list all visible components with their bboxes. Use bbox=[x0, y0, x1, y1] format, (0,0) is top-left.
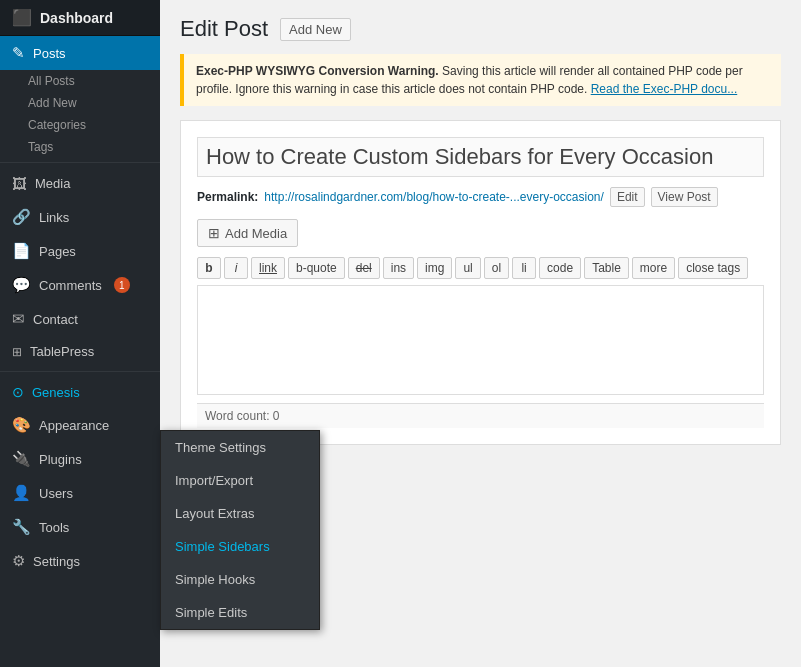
sidebar-item-label: Appearance bbox=[39, 418, 109, 433]
sidebar-item-label: Posts bbox=[33, 46, 66, 61]
sidebar-item-label: Comments bbox=[39, 278, 102, 293]
tools-icon: 🔧 bbox=[12, 518, 31, 536]
permalink-row: Permalink: http://rosalindgardner.com/bl… bbox=[197, 187, 764, 207]
sidebar: ⬛ Dashboard ✎ Posts All Posts Add New Ca… bbox=[0, 0, 160, 667]
posts-icon: ✎ bbox=[12, 44, 25, 62]
sidebar-item-tablepress[interactable]: ⊞ TablePress bbox=[0, 336, 160, 367]
notice-bold-text: Exec-PHP WYSIWYG Conversion Warning. bbox=[196, 64, 439, 78]
toolbar-li[interactable]: li bbox=[512, 257, 536, 279]
sidebar-item-links[interactable]: 🔗 Links bbox=[0, 200, 160, 234]
sidebar-item-label: Media bbox=[35, 176, 70, 191]
add-new-button[interactable]: Add New bbox=[280, 18, 351, 41]
settings-icon: ⚙ bbox=[12, 552, 25, 570]
genesis-menu-simple-sidebars[interactable]: Simple Sidebars bbox=[161, 530, 319, 563]
sidebar-item-posts[interactable]: ✎ Posts bbox=[0, 36, 160, 70]
toolbar-ins[interactable]: ins bbox=[383, 257, 414, 279]
page-title: Edit Post bbox=[180, 16, 268, 42]
sidebar-subitem-all-posts[interactable]: All Posts bbox=[0, 70, 160, 92]
genesis-menu-layout-extras[interactable]: Layout Extras bbox=[161, 497, 319, 530]
permalink-slug: how-to-create-...every-occasion/ bbox=[432, 190, 603, 204]
toolbar-b-quote[interactable]: b-quote bbox=[288, 257, 345, 279]
genesis-menu-simple-hooks[interactable]: Simple Hooks bbox=[161, 563, 319, 596]
sidebar-header-label: Dashboard bbox=[40, 10, 113, 26]
word-count: Word count: 0 bbox=[197, 403, 764, 428]
media-icon: 🖼 bbox=[12, 175, 27, 192]
dashboard-icon: ⬛ bbox=[12, 8, 32, 27]
toolbar-del[interactable]: del bbox=[348, 257, 380, 279]
permalink-label: Permalink: bbox=[197, 190, 258, 204]
toolbar-b[interactable]: b bbox=[197, 257, 221, 279]
sidebar-item-comments[interactable]: 💬 Comments 1 bbox=[0, 268, 160, 302]
page-title-row: Edit Post Add New bbox=[180, 16, 781, 42]
toolbar-more[interactable]: more bbox=[632, 257, 675, 279]
contact-icon: ✉ bbox=[12, 310, 25, 328]
pages-icon: 📄 bbox=[12, 242, 31, 260]
plugins-icon: 🔌 bbox=[12, 450, 31, 468]
editor-content-area[interactable] bbox=[197, 285, 764, 395]
sidebar-item-appearance[interactable]: 🎨 Appearance bbox=[0, 408, 160, 442]
toolbar-ol[interactable]: ol bbox=[484, 257, 509, 279]
sidebar-item-contact[interactable]: ✉ Contact bbox=[0, 302, 160, 336]
toolbar-ul[interactable]: ul bbox=[455, 257, 480, 279]
comments-badge: 1 bbox=[114, 277, 130, 293]
sidebar-item-label: Links bbox=[39, 210, 69, 225]
sidebar-item-label: Genesis bbox=[32, 385, 80, 400]
sidebar-item-media[interactable]: 🖼 Media bbox=[0, 167, 160, 200]
sidebar-separator-1 bbox=[0, 162, 160, 163]
post-title-input[interactable] bbox=[197, 137, 764, 177]
genesis-menu-simple-edits[interactable]: Simple Edits bbox=[161, 596, 319, 629]
sidebar-separator-2 bbox=[0, 371, 160, 372]
toolbar-img[interactable]: img bbox=[417, 257, 452, 279]
toolbar-table[interactable]: Table bbox=[584, 257, 629, 279]
toolbar-i[interactable]: i bbox=[224, 257, 248, 279]
sidebar-item-label: Plugins bbox=[39, 452, 82, 467]
sidebar-item-genesis[interactable]: ⊙ Genesis bbox=[0, 376, 160, 408]
users-icon: 👤 bbox=[12, 484, 31, 502]
sidebar-item-pages[interactable]: 📄 Pages bbox=[0, 234, 160, 268]
sidebar-subitem-tags[interactable]: Tags bbox=[0, 136, 160, 158]
sidebar-subitem-categories[interactable]: Categories bbox=[0, 114, 160, 136]
appearance-icon: 🎨 bbox=[12, 416, 31, 434]
sidebar-item-label: Pages bbox=[39, 244, 76, 259]
exec-php-notice: Exec-PHP WYSIWYG Conversion Warning. Sav… bbox=[180, 54, 781, 106]
genesis-menu-import-export[interactable]: Import/Export bbox=[161, 464, 319, 497]
notice-link[interactable]: Read the Exec-PHP docu... bbox=[591, 82, 738, 96]
view-post-button[interactable]: View Post bbox=[651, 187, 718, 207]
sidebar-item-label: Tools bbox=[39, 520, 69, 535]
genesis-submenu: Theme Settings Import/Export Layout Extr… bbox=[160, 430, 320, 630]
post-editor: Permalink: http://rosalindgardner.com/bl… bbox=[180, 120, 781, 445]
sidebar-item-label: Users bbox=[39, 486, 73, 501]
links-icon: 🔗 bbox=[12, 208, 31, 226]
sidebar-item-plugins[interactable]: 🔌 Plugins bbox=[0, 442, 160, 476]
genesis-icon: ⊙ bbox=[12, 384, 24, 400]
genesis-menu-theme-settings[interactable]: Theme Settings bbox=[161, 431, 319, 464]
permalink-url: http://rosalindgardner.com/blog/how-to-c… bbox=[264, 190, 604, 204]
sidebar-header[interactable]: ⬛ Dashboard bbox=[0, 0, 160, 36]
add-media-button[interactable]: ⊞ Add Media bbox=[197, 219, 298, 247]
sidebar-subitem-add-new[interactable]: Add New bbox=[0, 92, 160, 114]
sidebar-item-label: TablePress bbox=[30, 344, 94, 359]
add-media-icon: ⊞ bbox=[208, 225, 220, 241]
sidebar-item-label: Settings bbox=[33, 554, 80, 569]
add-media-label: Add Media bbox=[225, 226, 287, 241]
toolbar-link[interactable]: link bbox=[251, 257, 285, 279]
sidebar-item-tools[interactable]: 🔧 Tools bbox=[0, 510, 160, 544]
sidebar-item-settings[interactable]: ⚙ Settings bbox=[0, 544, 160, 578]
tablepress-icon: ⊞ bbox=[12, 345, 22, 359]
toolbar-close-tags[interactable]: close tags bbox=[678, 257, 748, 279]
comments-icon: 💬 bbox=[12, 276, 31, 294]
sidebar-item-label: Contact bbox=[33, 312, 78, 327]
editor-toolbar: b i link b-quote del ins img ul ol li co… bbox=[197, 257, 764, 279]
permalink-edit-button[interactable]: Edit bbox=[610, 187, 645, 207]
sidebar-item-users[interactable]: 👤 Users bbox=[0, 476, 160, 510]
toolbar-code[interactable]: code bbox=[539, 257, 581, 279]
permalink-base: http://rosalindgardner.com/blog/ bbox=[264, 190, 432, 204]
